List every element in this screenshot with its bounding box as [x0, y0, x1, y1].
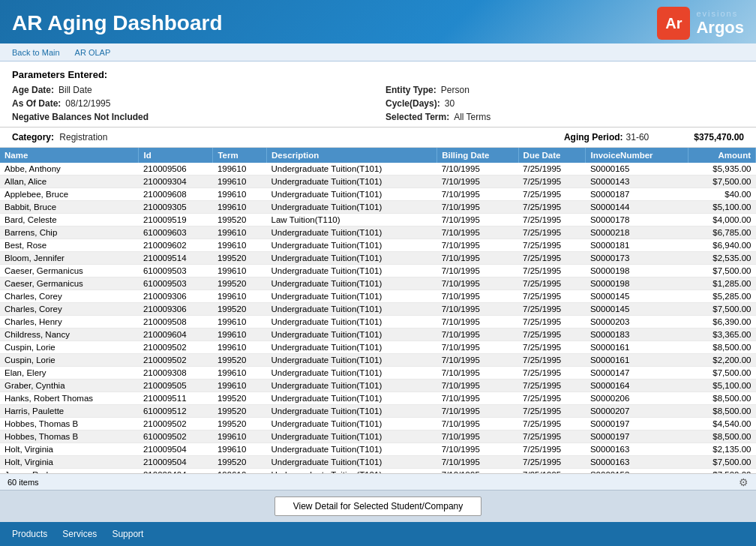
table-row[interactable]: Abbe, Anthony210009506199610Undergraduat… [0, 163, 756, 176]
table-cell: 210009502 [139, 418, 213, 430]
table-cell: Undergraduate Tuition(T101) [267, 367, 437, 380]
table-cell: S0000206 [586, 392, 688, 405]
age-date-value: Bill Date [58, 85, 92, 95]
table-cell: Holt, Virginia [0, 456, 139, 469]
table-cell: Law Tuition(T110) [267, 214, 437, 226]
table-cell: $4,000.00 [688, 214, 756, 226]
table-header-cell: Amount [688, 148, 756, 163]
table-cell: 199610 [213, 430, 267, 443]
table-row[interactable]: Charles, Corey210009306199610Undergradua… [0, 290, 756, 303]
table-cell: Undergraduate Tuition(T101) [267, 188, 437, 201]
table-cell: S0000144 [586, 201, 688, 214]
table-cell: Undergraduate Tuition(T101) [267, 201, 437, 214]
table-cell: 7/10/1995 [437, 252, 518, 265]
aging-amount: $375,470.00 [694, 132, 744, 142]
table-body: Abbe, Anthony210009506199610Undergraduat… [0, 163, 756, 473]
table-row[interactable]: Best, Rose210009602199610Undergraduate T… [0, 239, 756, 252]
table-row[interactable]: Holt, Virginia210009504199610Undergradua… [0, 443, 756, 456]
table-cell: Undergraduate Tuition(T101) [267, 380, 437, 392]
table-row[interactable]: Charles, Henry210009508199610Undergradua… [0, 316, 756, 328]
ar-olap-link[interactable]: AR OLAP [75, 48, 111, 57]
table-cell: S0000163 [586, 443, 688, 456]
params-right: Entity Type: Person Cycle(Days): 30 Sele… [386, 85, 744, 122]
table-cell: 210009502 [139, 354, 213, 367]
main-content: Parameters Entered: Age Date: Bill Date … [0, 62, 756, 522]
table-cell: 7/25/1995 [518, 278, 586, 290]
table-row[interactable]: Bloom, Jennifer210009514199520Undergradu… [0, 252, 756, 265]
table-row[interactable]: Hobbes, Thomas B210009502199520Undergrad… [0, 418, 756, 430]
table-cell: S0000181 [586, 239, 688, 252]
aging-period-value: 31-60 [626, 132, 650, 142]
table-cell: Childress, Nancy [0, 328, 139, 341]
table-cell: 199520 [213, 303, 267, 316]
table-cell: S0000197 [586, 430, 688, 443]
table-cell: S0000197 [586, 418, 688, 430]
table-cell: S0000161 [586, 354, 688, 367]
table-cell: 210009505 [139, 380, 213, 392]
table-row[interactable]: Bard, Celeste210009519199520Law Tuition(… [0, 214, 756, 226]
as-of-date-row: As Of Date: 08/12/1995 [12, 98, 370, 109]
table-wrapper[interactable]: NameIdTermDescriptionBilling DateDue Dat… [0, 148, 756, 473]
table-row[interactable]: Holt, Virginia210009504199520Undergradua… [0, 456, 756, 469]
table-cell: $5,100.00 [688, 201, 756, 214]
gear-icon[interactable]: ⚙ [739, 476, 748, 488]
table-cell: S0000198 [586, 278, 688, 290]
products-link[interactable]: Products [12, 529, 47, 539]
table-cell: 210009508 [139, 316, 213, 328]
table-row[interactable]: Cuspin, Lorie210009502199610Undergraduat… [0, 341, 756, 354]
table-cell: Bloom, Jennifer [0, 252, 139, 265]
table-row[interactable]: Caeser, Germanicus610009503199610Undergr… [0, 265, 756, 278]
cycle-days-value: 30 [445, 98, 454, 109]
table-cell: Undergraduate Tuition(T101) [267, 226, 437, 239]
table-row[interactable]: Childress, Nancy210009604199610Undergrad… [0, 328, 756, 341]
table-row[interactable]: Allan, Alice210009304199610Undergraduate… [0, 176, 756, 188]
table-cell: 210009306 [139, 303, 213, 316]
app-header: AR Aging Dashboard Ar evisions Argos [0, 0, 756, 44]
table-row[interactable]: Hanks, Robert Thomas210009511199520Under… [0, 392, 756, 405]
table-cell: $6,390.00 [688, 316, 756, 328]
table-cell: 7/25/1995 [518, 201, 586, 214]
aging-info: Aging Period: 31-60 $375,470.00 [564, 132, 744, 142]
services-link[interactable]: Services [62, 529, 97, 539]
table-cell: S0000145 [586, 303, 688, 316]
table-cell: 210009519 [139, 214, 213, 226]
logo-box: Ar [657, 7, 690, 40]
support-link[interactable]: Support [112, 529, 143, 539]
table-cell: $40.00 [688, 188, 756, 201]
table-cell: 7/25/1995 [518, 367, 586, 380]
table-row[interactable]: Babbit, Bruce210009305199610Undergraduat… [0, 201, 756, 214]
table-cell: 199610 [213, 201, 267, 214]
table-cell: Undergraduate Tuition(T101) [267, 341, 437, 354]
table-cell: Caeser, Germanicus [0, 265, 139, 278]
table-cell: 210009305 [139, 201, 213, 214]
table-cell: $7,500.00 [688, 367, 756, 380]
table-cell: Undergraduate Tuition(T101) [267, 456, 437, 469]
table-cell: Bard, Celeste [0, 214, 139, 226]
view-detail-button[interactable]: View Detail for Selected Student/Company [274, 496, 482, 516]
table-cell: 210009308 [139, 367, 213, 380]
table-cell: 7/10/1995 [437, 226, 518, 239]
category-info: Category: Registration [12, 132, 107, 142]
table-cell: Undergraduate Tuition(T101) [267, 418, 437, 430]
table-row[interactable]: Elan, Elery210009308199610Undergraduate … [0, 367, 756, 380]
table-cell: 199610 [213, 367, 267, 380]
table-cell: 199610 [213, 443, 267, 456]
logo-area: Ar evisions Argos [657, 7, 744, 40]
table-cell: 199610 [213, 188, 267, 201]
table-cell: $7,500.00 [688, 265, 756, 278]
table-row[interactable]: Graber, Cynthia210009505199610Undergradu… [0, 380, 756, 392]
back-to-main-link[interactable]: Back to Main [12, 48, 60, 57]
table-row[interactable]: Hobbes, Thomas B610009502199610Undergrad… [0, 430, 756, 443]
entity-type-label: Entity Type: [386, 85, 436, 95]
table-row[interactable]: Harris, Paulette610009512199520Undergrad… [0, 405, 756, 418]
table-row[interactable]: Barrens, Chip610009603199610Undergraduat… [0, 226, 756, 239]
table-row[interactable]: Applebee, Bruce210009608199610Undergradu… [0, 188, 756, 201]
table-cell: Best, Rose [0, 239, 139, 252]
table-row[interactable]: Caeser, Germanicus610009503199520Undergr… [0, 278, 756, 290]
table-row[interactable]: Cuspin, Lorie210009502199520Undergraduat… [0, 354, 756, 367]
table-row[interactable]: Charles, Corey210009306199520Undergradua… [0, 303, 756, 316]
table-cell: 7/25/1995 [518, 392, 586, 405]
table-cell: Babbit, Bruce [0, 201, 139, 214]
negative-balances-row: Negative Balances Not Included [12, 112, 370, 122]
table-cell: Hanks, Robert Thomas [0, 392, 139, 405]
